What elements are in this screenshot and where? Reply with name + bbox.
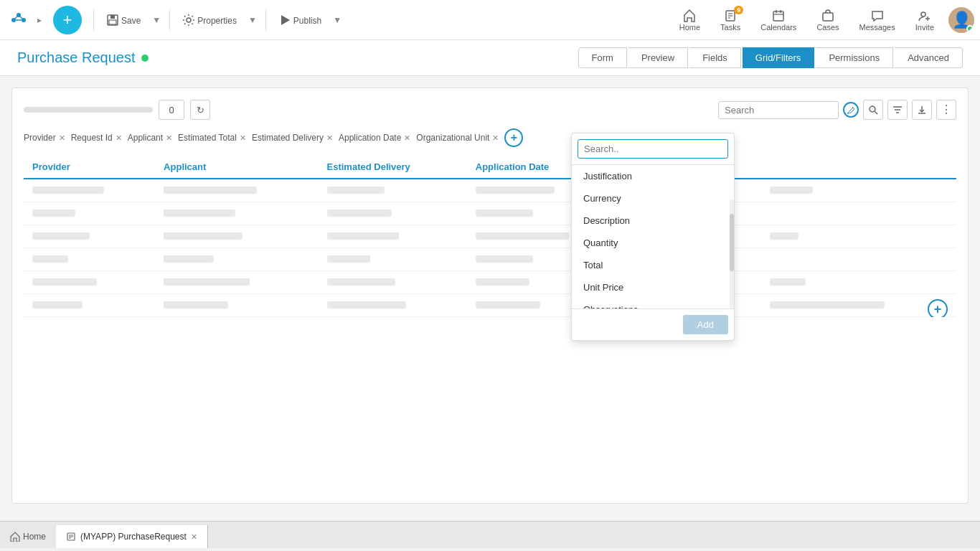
add-button[interactable]: +: [53, 6, 82, 34]
dropdown-item-description[interactable]: Description: [572, 209, 734, 232]
tab-form[interactable]: Form: [578, 47, 627, 68]
bottom-tab-home[interactable]: Home: [0, 525, 56, 548]
dropdown-search-input[interactable]: [578, 139, 728, 159]
tab-preview[interactable]: Preview: [628, 47, 688, 68]
svg-point-23: [870, 106, 875, 112]
edit-search-icon[interactable]: [843, 102, 859, 118]
dropdown-item-unit-price[interactable]: Unit Price: [572, 276, 734, 298]
add-column-button[interactable]: +: [504, 128, 523, 147]
refresh-icon: ↻: [197, 105, 204, 116]
skeleton-cell: [32, 187, 104, 194]
properties-icon: [182, 13, 196, 27]
table-row: [24, 202, 956, 225]
filter-tag-applicant: Applicant ✕: [128, 133, 172, 143]
col-provider[interactable]: Provider: [24, 156, 155, 179]
loading-bar: [24, 107, 153, 113]
filter-tag-applicant-label: Applicant: [128, 133, 163, 143]
download-icon: [917, 105, 927, 115]
nav-tasks-label: Tasks: [720, 23, 740, 32]
dropdown-footer: Add: [572, 309, 734, 340]
col-applicant[interactable]: Applicant: [155, 156, 318, 179]
filter-tag-application-date-label: Application Date: [339, 133, 401, 143]
skeleton-cell: [476, 301, 540, 309]
content-panel: 0 ↻: [11, 88, 969, 504]
bottom-bar: Home (MYAPP) PurchaseRequest ✕: [0, 521, 980, 548]
calendars-icon: [771, 9, 786, 23]
col-extra[interactable]: [761, 156, 956, 179]
properties-dropdown[interactable]: ▼: [245, 12, 260, 28]
filter-tag-org-unit-remove[interactable]: ✕: [492, 133, 499, 143]
filter-tag-estimated-total-label: Estimated Total: [178, 133, 237, 143]
dropdown-item-total[interactable]: Total: [572, 254, 734, 276]
tab-advanced[interactable]: Advanced: [895, 47, 963, 68]
nav-calendars[interactable]: Calendars: [755, 6, 802, 34]
home-tab-label: Home: [23, 532, 46, 542]
tab-fields[interactable]: Fields: [689, 47, 741, 68]
properties-label: Properties: [197, 16, 237, 26]
skeleton-cell: [327, 232, 399, 240]
status-indicator: [141, 55, 149, 62]
save-dropdown[interactable]: ▼: [149, 12, 164, 28]
dropdown-item-observations[interactable]: Observations: [572, 298, 734, 309]
publish-button[interactable]: Publish: [272, 9, 327, 32]
skeleton-cell: [32, 232, 90, 240]
skeleton-cell: [327, 301, 406, 309]
messages-icon: [870, 9, 885, 23]
main-content: 0 ↻: [0, 76, 980, 521]
app-tab-close[interactable]: ✕: [191, 532, 197, 542]
add-row-button[interactable]: +: [928, 299, 948, 317]
filter-tag-request-id-remove[interactable]: ✕: [116, 133, 122, 143]
dropdown-item-quantity[interactable]: Quantity: [572, 232, 734, 254]
dropdown-item-currency[interactable]: Currency: [572, 187, 734, 209]
nav-tasks[interactable]: 9 Tasks: [715, 6, 746, 34]
page-title: Purchase Request: [17, 50, 136, 66]
tab-grid-filters[interactable]: Grid/Filters: [743, 47, 815, 68]
publish-label: Publish: [293, 16, 321, 26]
svg-line-24: [875, 111, 877, 114]
skeleton-cell: [770, 278, 806, 286]
add-field-button[interactable]: Add: [683, 315, 728, 334]
nav-messages-label: Messages: [859, 23, 895, 32]
filter-tag-provider-remove[interactable]: ✕: [59, 133, 65, 143]
dropdown-scrollbar[interactable]: [730, 199, 734, 309]
nav-cases[interactable]: Cases: [811, 6, 844, 34]
divider-3: [265, 9, 266, 31]
search-input[interactable]: [725, 105, 832, 116]
nav-messages[interactable]: Messages: [854, 6, 901, 34]
column-picker-dropdown: Justification Currency Description Quant…: [571, 133, 735, 341]
save-button[interactable]: Save: [100, 9, 146, 32]
filter-tag-applicant-remove[interactable]: ✕: [166, 133, 172, 143]
svg-rect-19: [823, 13, 833, 21]
expand-chevron[interactable]: ▸: [34, 12, 44, 28]
search-toggle-btn[interactable]: [863, 100, 883, 120]
filter-tag-estimated-delivery-label: Estimated Delivery: [252, 133, 324, 143]
properties-button[interactable]: Properties: [176, 9, 242, 32]
dropdown-item-justification[interactable]: Justification: [572, 165, 734, 187]
nav-home[interactable]: Home: [674, 6, 706, 34]
nav-invite[interactable]: Invite: [910, 6, 940, 34]
skeleton-cell: [164, 301, 228, 309]
svg-line-3: [14, 15, 19, 20]
publish-dropdown[interactable]: ▼: [330, 12, 344, 28]
publish-icon: [278, 13, 292, 27]
skeleton-cell: [32, 301, 83, 309]
tab-permissions[interactable]: Permissions: [816, 47, 893, 68]
nav-calendars-label: Calendars: [760, 23, 796, 32]
filter-tag-estimated-total-remove[interactable]: ✕: [240, 133, 246, 143]
logo-icon: [6, 7, 32, 33]
download-button[interactable]: [912, 100, 932, 120]
app-tab-label: (MYAPP) PurchaseRequest: [80, 532, 187, 542]
panel-toolbar-right: ⋮: [718, 100, 956, 120]
skeleton-cell: [476, 278, 529, 286]
filter-tag-estimated-delivery-remove[interactable]: ✕: [326, 133, 333, 143]
refresh-button[interactable]: ↻: [190, 100, 210, 120]
bottom-tab-purchase-request[interactable]: (MYAPP) PurchaseRequest ✕: [56, 525, 208, 548]
col-estimated-delivery[interactable]: Estimated Delivery: [319, 156, 467, 179]
filter-button[interactable]: [887, 100, 908, 120]
skeleton-cell: [476, 232, 569, 240]
more-options-button[interactable]: ⋮: [936, 100, 956, 120]
filter-icon: [892, 105, 903, 115]
filter-tag-estimated-delivery: Estimated Delivery ✕: [252, 133, 333, 143]
user-avatar[interactable]: 👤: [948, 7, 974, 33]
filter-tag-application-date-remove[interactable]: ✕: [404, 133, 410, 143]
